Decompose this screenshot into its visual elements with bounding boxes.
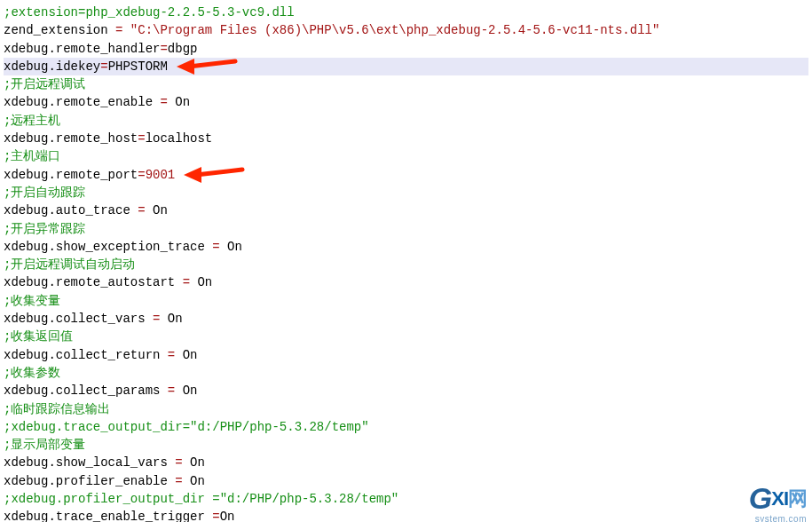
comment-text: ;主机端口: [4, 149, 60, 163]
comment-text: ;收集返回值: [4, 329, 73, 344]
code-line: ;显示局部变量: [4, 436, 808, 454]
comment-text: ;开启远程调试自动启动: [4, 257, 135, 272]
comment-text: ;xdebug.profiler_output_dir ="d:/PHP/php…: [4, 492, 398, 506]
equals-sign: =: [168, 348, 175, 362]
config-key: xdebug.remote_port: [4, 168, 138, 182]
config-value: On: [168, 95, 190, 109]
code-line: ;主机端口: [4, 147, 808, 165]
code-line: ;开启异常跟踪: [4, 220, 808, 238]
comment-text: ;开启异常跟踪: [4, 222, 85, 236]
config-value: "C:\Program Files (x86)\PHP\v5.6\ext\php…: [122, 23, 659, 37]
config-key: xdebug.idekey: [4, 59, 100, 74]
config-value: On: [146, 203, 168, 218]
svg-marker-1: [177, 59, 194, 75]
code-line: ;开启远程调试: [4, 75, 808, 93]
svg-line-0: [189, 61, 235, 67]
logo-xi: XI: [771, 487, 788, 510]
comment-text: ;开启远程调试: [4, 77, 85, 91]
config-key: xdebug.collect_vars: [4, 312, 153, 326]
config-key: xdebug.collect_return: [4, 348, 168, 362]
equals-sign: =: [168, 384, 175, 398]
comment-text: ;xdebug.trace_output_dir="d:/PHP/php-5.3…: [4, 420, 369, 434]
code-line: xdebug.collect_params = On: [4, 382, 808, 399]
config-key: xdebug.show_local_vars: [4, 455, 175, 470]
config-value: On: [220, 510, 235, 522]
comment-text: ;远程主机: [4, 114, 60, 128]
config-value: On: [190, 275, 212, 289]
config-key: xdebug.remote_autostart: [4, 275, 183, 289]
equals-sign: =: [138, 168, 145, 182]
config-key: xdebug.show_exception_trace: [4, 240, 212, 254]
config-value: PHPSTORM: [108, 59, 168, 74]
config-value: On: [183, 455, 205, 470]
code-line: ;开启自动跟踪: [4, 184, 808, 202]
equals-sign: =: [160, 95, 167, 109]
code-line: ;收集变量: [4, 292, 808, 310]
code-line: xdebug.auto_trace = On: [4, 202, 808, 219]
code-line: ;收集返回值: [4, 328, 808, 345]
equals-sign: =: [100, 59, 107, 74]
comment-text: ;临时跟踪信息输出: [4, 402, 110, 416]
comment-text: ;extension=php_xdebug-2.2.5-5.3-vc9.dll: [4, 5, 295, 20]
code-line: zend_extension = "C:\Program Files (x86)…: [4, 21, 808, 39]
equals-sign: =: [175, 474, 182, 488]
code-line: xdebug.remote_autostart = On: [4, 273, 808, 291]
code-line: xdebug.remote_enable = On: [4, 93, 808, 111]
config-value: localhost: [146, 131, 213, 146]
config-key: xdebug.remote_host: [4, 131, 138, 146]
equals-sign: =: [138, 131, 145, 146]
code-line: ;xdebug.profiler_output_dir ="d:/PHP/php…: [4, 490, 808, 508]
config-key: zend_extension: [4, 23, 115, 37]
comment-text: ;收集变量: [4, 294, 60, 308]
config-key: xdebug.trace_enable_trigger: [4, 510, 212, 522]
comment-text: ;收集参数: [4, 366, 60, 380]
config-value: On: [183, 474, 205, 488]
config-value: On: [160, 312, 182, 326]
config-key: xdebug.collect_params: [4, 384, 168, 398]
config-value: 9001: [146, 168, 176, 182]
code-line: xdebug.collect_return = On: [4, 346, 808, 364]
equals-sign: =: [175, 455, 182, 470]
code-line: ;extension=php_xdebug-2.2.5-5.3-vc9.dll: [4, 4, 808, 21]
config-key: xdebug.remote_handler: [4, 42, 160, 56]
logo-wang: 网: [788, 487, 807, 510]
code-line: xdebug.profiler_enable = On: [4, 472, 808, 490]
config-value: dbgp: [168, 42, 198, 56]
logo-g: G: [749, 481, 771, 515]
config-key: xdebug.auto_trace: [4, 203, 138, 218]
svg-line-2: [196, 170, 242, 175]
annotation-arrow-icon: [173, 56, 244, 77]
config-value: On: [220, 240, 242, 254]
code-line: ;xdebug.trace_output_dir="d:/PHP/php-5.3…: [4, 418, 808, 436]
equals-sign: =: [212, 510, 219, 522]
code-line: xdebug.show_exception_trace = On: [4, 238, 808, 256]
code-line: xdebug.remote_handler=dbgp: [4, 40, 808, 58]
code-line: ;开启远程调试自动启动: [4, 256, 808, 273]
annotation-arrow-icon: [180, 164, 251, 186]
code-line: xdebug.trace_enable_trigger =On: [4, 508, 808, 522]
code-line: ;临时跟踪信息输出: [4, 400, 808, 418]
config-key: xdebug.remote_enable: [4, 95, 160, 109]
comment-text: ;开启自动跟踪: [4, 186, 85, 200]
config-value: On: [175, 384, 197, 398]
code-line: xdebug.remote_port=9001: [4, 166, 808, 184]
equals-sign: =: [138, 203, 145, 218]
code-line: xdebug.idekey=PHPSTORM: [4, 58, 808, 75]
code-line: xdebug.remote_host=localhost: [4, 130, 808, 147]
watermark-logo: GXI网 system.com: [749, 473, 807, 522]
equals-sign: =: [183, 275, 190, 289]
config-value: On: [175, 348, 197, 362]
code-line: ;收集参数: [4, 364, 808, 382]
equals-sign: =: [212, 240, 219, 254]
code-line: xdebug.collect_vars = On: [4, 310, 808, 328]
equals-sign: =: [160, 42, 167, 56]
svg-marker-3: [184, 167, 201, 183]
code-line: xdebug.show_local_vars = On: [4, 454, 808, 471]
config-key: xdebug.profiler_enable: [4, 474, 175, 488]
code-line: ;远程主机: [4, 112, 808, 130]
comment-text: ;显示局部变量: [4, 438, 85, 452]
config-code-block: ;extension=php_xdebug-2.2.5-5.3-vc9.dllz…: [4, 4, 808, 522]
